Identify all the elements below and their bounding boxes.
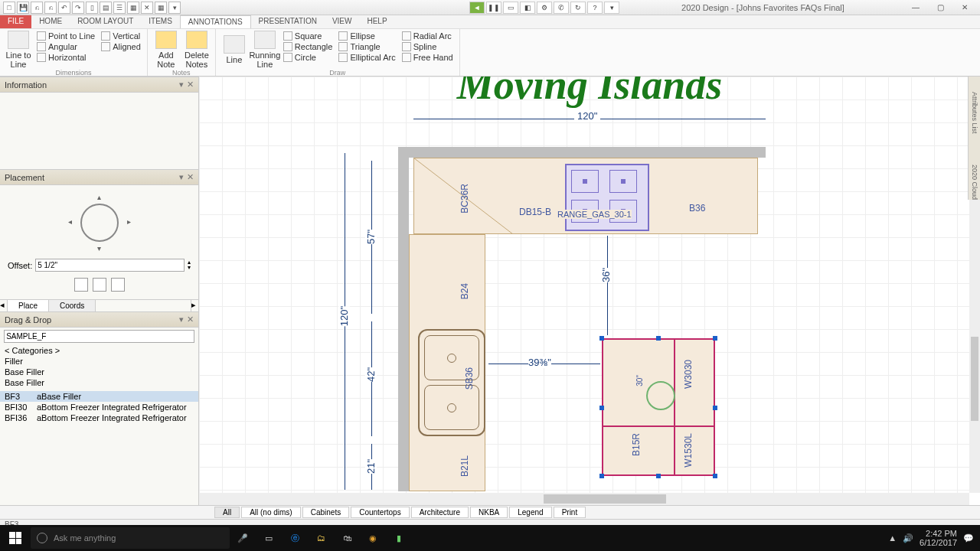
tab-annotations[interactable]: ANNOTATIONS [180, 15, 251, 28]
qat-btn[interactable]: ▤ [100, 2, 112, 14]
tab-room-layout[interactable]: ROOM LAYOUT [70, 15, 141, 28]
sheet-tab[interactable]: All (no dims) [241, 507, 301, 518]
elliptical-arc-button[interactable]: Elliptical Arc [337, 52, 397, 63]
qat-btn[interactable]: ▯ [86, 2, 98, 14]
angular-button[interactable]: Angular [35, 41, 96, 52]
circle-button[interactable]: Circle [282, 52, 335, 63]
pin-icon[interactable]: ▾ [179, 172, 184, 182]
close-icon[interactable]: ✕ [187, 315, 194, 324]
close-icon[interactable]: ✕ [187, 80, 194, 90]
catalog-select[interactable] [4, 330, 194, 343]
tab-presentation[interactable]: PRESENTATION [251, 15, 325, 28]
pin-icon[interactable]: ▾ [179, 315, 184, 324]
minimize-button[interactable]: — [906, 2, 925, 13]
qat-btn[interactable]: ⎌ [44, 2, 57, 14]
mic-icon[interactable]: 🎤 [230, 525, 256, 551]
sheet-tab[interactable]: All [214, 507, 240, 518]
categories-link[interactable]: < Categories > [0, 345, 198, 356]
place-tab[interactable]: Place [8, 300, 49, 311]
drawing-canvas[interactable]: Moving Islands 120" 120" 57" 42" 21" BC3… [199, 77, 980, 505]
filter-item[interactable]: Filler [0, 356, 198, 367]
down-arrow-icon[interactable]: ▾ [97, 244, 101, 253]
line-to-line-button[interactable]: Line to Line [5, 31, 32, 69]
system-tray[interactable]: ▲ 🔊 2:42 PM 6/12/2017 💬 [888, 529, 980, 547]
triangle-button[interactable]: Triangle [337, 41, 397, 52]
ellipse-button[interactable]: Ellipse [337, 31, 397, 41]
save-icon[interactable]: 💾 [17, 2, 29, 14]
explorer-icon[interactable]: 🗂 [308, 525, 334, 551]
vertical-button[interactable]: Vertical [100, 31, 142, 41]
running-line-button[interactable]: Running Line [251, 31, 279, 69]
range[interactable] [565, 164, 649, 231]
nav-btn[interactable]: ✆ [554, 2, 569, 14]
tab-help[interactable]: HELP [359, 15, 394, 28]
qat-btn[interactable]: □ [3, 2, 15, 14]
qat-btn[interactable]: ⎌ [31, 2, 43, 14]
task-view-icon[interactable]: ▭ [256, 525, 282, 551]
nav-btn[interactable]: ▭ [503, 2, 518, 14]
sink[interactable] [418, 329, 485, 436]
horizontal-scrollbar[interactable] [199, 493, 969, 505]
placement-btn[interactable] [93, 278, 106, 292]
spinner-icon[interactable]: ▴▾ [188, 260, 191, 270]
nav-btn[interactable]: ◧ [520, 2, 535, 14]
start-button[interactable] [0, 525, 31, 551]
placement-btn[interactable] [74, 278, 88, 292]
tab-view[interactable]: VIEW [325, 15, 360, 28]
maximize-button[interactable]: ▢ [931, 2, 949, 13]
add-note-button[interactable]: Add Note [152, 31, 180, 69]
line-button[interactable]: Line [220, 31, 248, 69]
tray-icon[interactable]: ▲ [888, 533, 897, 543]
cloud-tab[interactable]: 2020 Cloud [971, 165, 978, 200]
tab-scroll-left[interactable]: ◂ [0, 300, 8, 311]
aligned-button[interactable]: Aligned [100, 41, 142, 52]
tab-home[interactable]: HOME [31, 15, 70, 28]
radial-arc-button[interactable]: Radial Arc [400, 31, 455, 41]
pin-icon[interactable]: ▾ [179, 80, 184, 90]
filter-item[interactable]: Base Filler [0, 377, 198, 388]
list-item[interactable]: BFI30aBottom Freezer Integrated Refriger… [0, 402, 198, 412]
placement-header[interactable]: Placement ▾✕ [0, 169, 198, 185]
qat-btn[interactable]: ↶ [58, 2, 70, 14]
point-to-line-button[interactable]: Point to Line [35, 31, 96, 41]
nav-btn[interactable]: ↻ [570, 2, 586, 14]
rectangle-button[interactable]: Rectangle [282, 41, 335, 52]
nav-btn[interactable]: ▾ [604, 2, 619, 14]
close-button[interactable]: ✕ [956, 2, 974, 13]
list-item[interactable]: BFI36aBottom Freezer Integrated Refriger… [0, 412, 198, 423]
nav-back-icon[interactable]: ◄ [469, 2, 485, 14]
tab-scroll-right[interactable]: ▸ [191, 300, 198, 311]
up-arrow-icon[interactable]: ▴ [97, 193, 101, 201]
qat-btn[interactable]: ✕ [141, 2, 153, 14]
nav-help-icon[interactable]: ? [587, 2, 603, 14]
coords-tab[interactable]: Coords [49, 300, 96, 311]
list-item[interactable]: BF3aBase Filler [0, 391, 198, 402]
app-icon[interactable]: ▮ [386, 525, 412, 551]
placement-btn[interactable] [111, 278, 125, 292]
close-icon[interactable]: ✕ [187, 172, 194, 182]
tab-file[interactable]: FILE [0, 15, 31, 28]
nav-pause-icon[interactable]: ❚❚ [486, 2, 501, 14]
square-button[interactable]: Square [282, 31, 335, 41]
app-icon[interactable]: ◉ [360, 525, 386, 551]
attributes-tab[interactable]: Attributes List [971, 92, 978, 134]
tray-icon[interactable]: 🔊 [903, 533, 913, 543]
qat-btn[interactable]: ▦ [127, 2, 139, 14]
qat-btn[interactable]: ▦ [155, 2, 167, 14]
tab-items[interactable]: ITEMS [141, 15, 180, 28]
clock[interactable]: 2:42 PM 6/12/2017 [920, 529, 957, 547]
sheet-tab[interactable]: Cabinets [302, 507, 349, 518]
right-arrow-icon[interactable]: ▸ [127, 217, 131, 226]
edge-icon[interactable]: ⓔ [282, 525, 308, 551]
qat-btn[interactable]: ↷ [72, 2, 84, 14]
drag-drop-header[interactable]: Drag & Drop ▾✕ [0, 311, 198, 328]
qat-btn[interactable]: ☰ [113, 2, 126, 14]
search-input[interactable]: Ask me anything [31, 527, 230, 549]
left-arrow-icon[interactable]: ◂ [68, 217, 72, 226]
sheet-tab[interactable]: Print [554, 507, 586, 518]
store-icon[interactable]: 🛍 [334, 525, 360, 551]
notifications-icon[interactable]: 💬 [963, 533, 974, 543]
sheet-tab[interactable]: Countertops [351, 507, 409, 518]
information-header[interactable]: Information ▾✕ [0, 77, 198, 93]
horizontal-button[interactable]: Horizontal [35, 52, 96, 63]
